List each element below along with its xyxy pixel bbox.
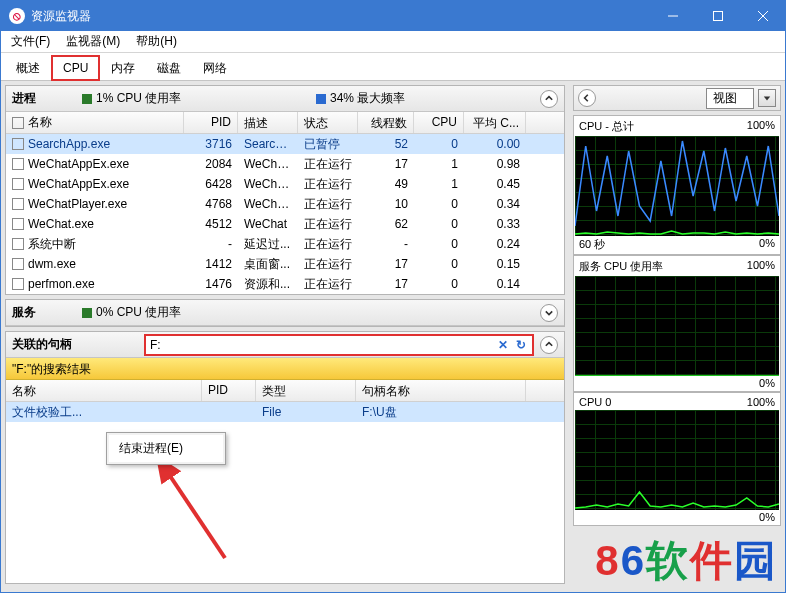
tab-memory[interactable]: 内存 [100, 55, 146, 81]
processes-header[interactable]: 进程 1% CPU 使用率 34% 最大频率 [6, 86, 564, 112]
menubar: 文件(F) 监视器(M) 帮助(H) [1, 31, 785, 53]
svg-rect-1 [713, 12, 722, 21]
close-button[interactable] [740, 1, 785, 31]
table-row[interactable]: perfmon.exe1476资源和...正在运行1700.14 [6, 274, 564, 294]
resource-monitor-window: ⦸ 资源监视器 文件(F) 监视器(M) 帮助(H) 概述 CPU 内存 磁盘 … [0, 0, 786, 593]
cpu-usage-meter: 1% CPU 使用率 [82, 90, 181, 107]
chart-cpu: CPU - 总计100%60 秒0% [573, 115, 781, 255]
menu-help[interactable]: 帮助(H) [128, 31, 185, 52]
body: 进程 1% CPU 使用率 34% 最大频率 名称 PID 描述 状态 线程数 … [1, 81, 785, 592]
tab-cpu[interactable]: CPU [51, 55, 100, 81]
svg-marker-4 [764, 96, 770, 100]
row-checkbox[interactable] [12, 178, 24, 190]
handles-header[interactable]: 关联的句柄 ✕ ↻ [6, 332, 564, 358]
end-process-item[interactable]: 结束进程(E) [109, 435, 223, 462]
charts-column: 视图 CPU - 总计100%60 秒0%服务 CPU 使用率100%0%CPU… [569, 81, 785, 592]
table-row[interactable]: WeChat.exe4512WeChat正在运行6200.33 [6, 214, 564, 234]
processes-grid: 名称 PID 描述 状态 线程数 CPU 平均 C... SearchApp.e… [6, 112, 564, 294]
collapse-icon[interactable] [540, 90, 558, 108]
handles-search-input[interactable] [146, 338, 494, 352]
expand-icon[interactable] [540, 304, 558, 322]
services-title: 服务 [12, 304, 72, 321]
row-checkbox[interactable] [12, 138, 24, 150]
watermark: 86软件园 [595, 533, 778, 589]
context-menu: 结束进程(E) [106, 432, 226, 465]
handles-search-wrap: ✕ ↻ [144, 334, 534, 356]
chart-min: 0% [759, 511, 775, 523]
chart-title: CPU - 总计 [579, 119, 634, 134]
chart-max: 100% [747, 396, 775, 408]
table-row[interactable]: WeChatPlayer.exe4768WeCha...正在运行1000.34 [6, 194, 564, 214]
check-all[interactable] [12, 117, 24, 129]
window-title: 资源监视器 [31, 8, 650, 25]
view-select[interactable]: 视图 [706, 88, 754, 109]
tab-network[interactable]: 网络 [192, 55, 238, 81]
table-row[interactable]: 文件校验工...FileF:\U盘 [6, 402, 564, 422]
maximize-button[interactable] [695, 1, 740, 31]
view-dropdown-icon[interactable] [758, 89, 776, 107]
handles-grid: 名称 PID 类型 句柄名称 文件校验工...FileF:\U盘 [6, 380, 564, 422]
minimize-button[interactable] [650, 1, 695, 31]
chart-title: 服务 CPU 使用率 [579, 259, 663, 274]
row-checkbox[interactable] [12, 198, 24, 210]
chart-max: 100% [747, 119, 775, 134]
table-row[interactable]: dwm.exe1412桌面窗...正在运行1700.15 [6, 254, 564, 274]
processes-title: 进程 [12, 90, 72, 107]
chart-cpu0: CPU 0100%0% [573, 392, 781, 526]
max-freq-meter: 34% 最大频率 [316, 90, 405, 107]
services-panel: 服务 0% CPU 使用率 [5, 299, 565, 327]
annotation-arrow [130, 448, 250, 568]
row-checkbox[interactable] [12, 258, 24, 270]
table-row[interactable]: WeChatAppEx.exe6428WeCha...正在运行4910.45 [6, 174, 564, 194]
processes-panel: 进程 1% CPU 使用率 34% 最大频率 名称 PID 描述 状态 线程数 … [5, 85, 565, 295]
table-row[interactable]: WeChatAppEx.exe2084WeCha...正在运行1710.98 [6, 154, 564, 174]
chart-min: 0% [759, 237, 775, 252]
app-icon: ⦸ [9, 8, 25, 24]
tab-overview[interactable]: 概述 [5, 55, 51, 81]
collapse-icon[interactable] [540, 336, 558, 354]
svg-line-6 [158, 458, 225, 558]
table-row[interactable]: SearchApp.exe3716Search...已暂停5200.00 [6, 134, 564, 154]
handles-title: 关联的句柄 [12, 336, 132, 353]
services-cpu-meter: 0% CPU 使用率 [82, 304, 181, 321]
processes-columns[interactable]: 名称 PID 描述 状态 线程数 CPU 平均 C... [6, 112, 564, 134]
handles-panel: 关联的句柄 ✕ ↻ "F:"的搜索结果 名称 PID 类型 句柄名称 [5, 331, 565, 584]
refresh-search-icon[interactable]: ↻ [512, 336, 530, 354]
table-row[interactable]: 系统中断-延迟过...正在运行-00.24 [6, 234, 564, 254]
tab-disk[interactable]: 磁盘 [146, 55, 192, 81]
tabs: 概述 CPU 内存 磁盘 网络 [1, 53, 785, 81]
row-checkbox[interactable] [12, 238, 24, 250]
chart-title: CPU 0 [579, 396, 611, 408]
row-checkbox[interactable] [12, 158, 24, 170]
menu-file[interactable]: 文件(F) [3, 31, 58, 52]
chart-max: 100% [747, 259, 775, 274]
menu-monitor[interactable]: 监视器(M) [58, 31, 128, 52]
chart-min: 0% [759, 377, 775, 389]
row-checkbox[interactable] [12, 278, 24, 290]
handles-columns[interactable]: 名称 PID 类型 句柄名称 [6, 380, 564, 402]
charts-header: 视图 [573, 85, 781, 111]
row-checkbox[interactable] [12, 218, 24, 230]
chart-xlabel: 60 秒 [579, 237, 605, 252]
clear-search-icon[interactable]: ✕ [494, 336, 512, 354]
services-header[interactable]: 服务 0% CPU 使用率 [6, 300, 564, 326]
charts-collapse-icon[interactable] [578, 89, 596, 107]
chart-svc: 服务 CPU 使用率100%0% [573, 255, 781, 392]
search-result-label: "F:"的搜索结果 [6, 358, 564, 380]
titlebar[interactable]: ⦸ 资源监视器 [1, 1, 785, 31]
